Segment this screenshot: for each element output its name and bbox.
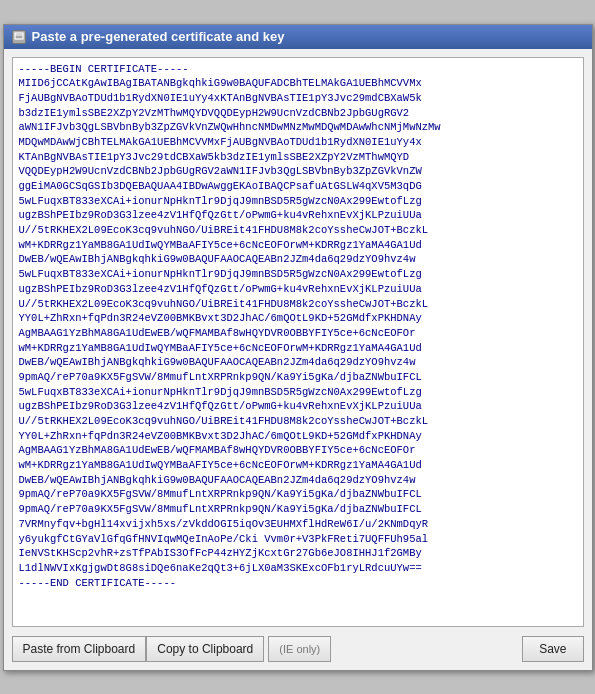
window-icon [12, 30, 26, 44]
title-bar: Paste a pre-generated certificate and ke… [4, 25, 592, 49]
certificate-textarea[interactable] [12, 57, 584, 627]
main-window: Paste a pre-generated certificate and ke… [3, 24, 593, 671]
ie-only-button[interactable]: (IE only) [268, 636, 331, 662]
content-area: Paste from Clipboard Copy to Clipboard (… [4, 49, 592, 670]
save-button[interactable]: Save [522, 636, 583, 662]
svg-rect-0 [15, 33, 23, 39]
paste-clipboard-button[interactable]: Paste from Clipboard [12, 636, 147, 662]
button-row: Paste from Clipboard Copy to Clipboard (… [12, 636, 584, 662]
copy-clipboard-button[interactable]: Copy to Clipboard [146, 636, 264, 662]
title-text: Paste a pre-generated certificate and ke… [32, 29, 285, 44]
